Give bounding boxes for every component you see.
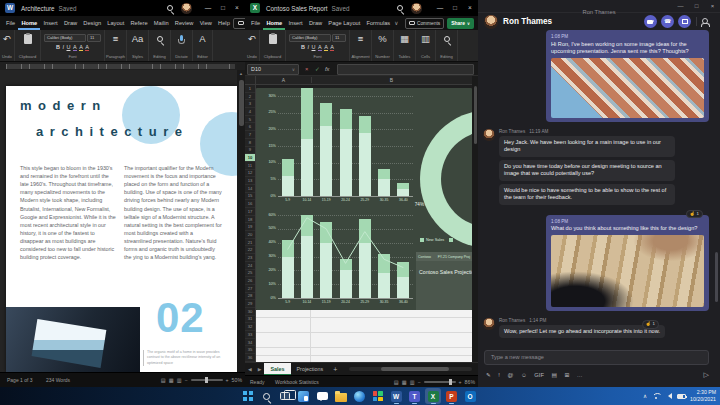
word-tab-design[interactable]: Design [80, 16, 104, 30]
word-group-editing[interactable]: Editing [149, 30, 171, 61]
underline-button[interactable]: U [67, 44, 71, 50]
word-tab-refere[interactable]: Refere [127, 16, 150, 30]
apps-icon[interactable]: ⊞ [564, 372, 569, 378]
font-color-button[interactable]: A [73, 44, 77, 50]
search-icon[interactable] [167, 5, 173, 11]
wifi-icon[interactable] [652, 393, 661, 400]
row-header-25[interactable]: 25 [245, 270, 255, 278]
bar-30-35[interactable] [378, 169, 390, 196]
word-group-editor[interactable]: AEditor [193, 30, 213, 61]
clock[interactable]: 2:30 PM 10/20/2021 [690, 389, 716, 403]
row-header-33[interactable]: 33 [245, 331, 255, 339]
font-size-select[interactable]: 11 [87, 34, 101, 42]
bar-36-40[interactable] [397, 262, 409, 298]
received-message[interactable]: Would be nice to have something to be ab… [499, 184, 675, 205]
tables-icon[interactable]: ▦ [400, 33, 409, 44]
read-mode-icon[interactable]: ▤ [161, 377, 166, 383]
scroll-up-icon[interactable]: ▲ [237, 70, 245, 78]
bar-25-29[interactable] [359, 116, 371, 196]
excel-group-cells[interactable]: ▥Cells [416, 30, 436, 61]
comments-button[interactable]: Comments [405, 18, 444, 29]
close-button[interactable]: × [230, 0, 244, 16]
format-icon[interactable]: ✎ [486, 372, 491, 378]
row-header-14[interactable]: 14 [245, 185, 255, 193]
received-message-group[interactable]: Ron Thames1:14 PMWow, perfect! Let me go… [483, 318, 709, 341]
row-header-1[interactable]: 1 [245, 85, 255, 93]
underline-button[interactable]: U [312, 44, 316, 50]
row-header-17[interactable]: 17 [245, 208, 255, 216]
excel-group-undo[interactable]: ↶Undo [245, 30, 260, 61]
sticker-icon[interactable]: ▤ [551, 372, 556, 378]
enter-icon[interactable]: ✓ [315, 64, 320, 75]
received-message[interactable]: Wow, perfect! Let me go ahead and incorp… [499, 325, 665, 338]
row-header-21[interactable]: 21 [245, 239, 255, 247]
zoom-out-button[interactable]: − [185, 377, 188, 383]
excel-tab-formulas[interactable]: Formulas [363, 16, 393, 30]
projection-bar-chart[interactable]: 0%10%20%30%40%50%60%5-910-1415-1920-2425… [278, 215, 413, 298]
next-sheet-icon[interactable]: ▶ [255, 367, 265, 372]
word-tab-view[interactable]: View [197, 16, 215, 30]
font-color2-button[interactable]: A [85, 44, 89, 50]
bar-20-24[interactable] [340, 109, 352, 196]
row-headers[interactable]: 1234567891011121314151617181920212223242… [245, 85, 256, 362]
zoom-in-button[interactable]: + [226, 377, 229, 383]
paragraph-icon[interactable]: ≡ [113, 33, 119, 44]
row-header-6[interactable]: 6 [245, 123, 255, 131]
paste-icon[interactable] [24, 34, 32, 44]
row-header-8[interactable]: 8 [245, 139, 255, 147]
search-icon[interactable] [444, 36, 450, 42]
received-message-group[interactable]: Ron Thames11:19 AMHey Jack. We have been… [483, 129, 709, 207]
row-header-34[interactable]: 34 [245, 339, 255, 347]
task-view-button[interactable] [277, 388, 293, 404]
minimize-button[interactable]: — [433, 0, 447, 16]
row-header-9[interactable]: 9 [245, 147, 255, 155]
row-header-23[interactable]: 23 [245, 254, 255, 262]
formula-input[interactable] [337, 64, 474, 75]
word-group-paragraph[interactable]: ≡Paragraph [105, 30, 127, 61]
screen-share-button[interactable] [678, 15, 691, 28]
undo-icon[interactable]: ↶ [248, 33, 256, 44]
alignment-icon[interactable]: ≡ [358, 33, 364, 44]
font-name-select[interactable]: Calibri (Body) [44, 34, 86, 42]
word-group-dictate[interactable]: Dictate [171, 30, 193, 61]
row-header-16[interactable]: 16 [245, 200, 255, 208]
sender-avatar[interactable] [483, 129, 495, 141]
italic-button[interactable]: I [307, 44, 309, 50]
contact-avatar[interactable] [484, 15, 498, 29]
word-group-font[interactable]: Calibri (Body)11BIUAAAFont [41, 30, 105, 61]
column-headers[interactable]: A B [245, 76, 472, 85]
search-icon[interactable] [157, 36, 163, 42]
gif-icon[interactable]: GIF [534, 372, 544, 378]
age-distribution-bar-chart[interactable]: 0%5%10%15%20%25%30%5-910-1415-1920-2425-… [278, 96, 413, 196]
workbook-statistics[interactable]: Workbook Statistics [275, 376, 319, 387]
row-header-10[interactable]: 10 [245, 154, 255, 162]
message-list[interactable]: 1:08 PMHi Ron, I've been working on some… [483, 30, 709, 346]
maximize-button[interactable]: □ [448, 0, 462, 16]
row-header-2[interactable]: 2 [245, 93, 255, 101]
bar-15-19[interactable] [320, 103, 332, 196]
highlight-button[interactable]: A [324, 44, 328, 50]
word-tab-mailin[interactable]: Mailin [151, 16, 172, 30]
word-tab-file[interactable]: File [3, 16, 18, 30]
audio-call-button[interactable]: ☎ [661, 15, 674, 28]
row-header-3[interactable]: 3 [245, 100, 255, 108]
page-break-icon[interactable]: ▥ [410, 379, 415, 385]
widgets-button[interactable] [296, 388, 312, 404]
prev-sheet-icon[interactable]: ◀ [245, 367, 255, 372]
web-layout-icon[interactable]: ▥ [177, 377, 182, 383]
horizontal-scrollbar[interactable] [349, 367, 472, 371]
row-header-4[interactable]: 4 [245, 108, 255, 116]
teams-button[interactable]: T [407, 388, 423, 404]
normal-view-icon[interactable]: ▤ [394, 379, 399, 385]
tray-overflow-ic icon[interactable]: ∧ [643, 393, 647, 399]
excel-tab-file[interactable]: File [248, 16, 263, 30]
sheet-tab-sales[interactable]: Sales [264, 363, 290, 376]
word-group-clipboard[interactable]: Clipboard [15, 30, 41, 61]
row-header-18[interactable]: 18 [245, 216, 255, 224]
emoji-icon[interactable]: ☺ [521, 372, 527, 378]
add-people-icon[interactable] [701, 18, 711, 26]
bar-30-35[interactable] [378, 254, 390, 298]
font-color2-button[interactable]: A [330, 44, 334, 50]
document-page[interactable]: modern architecture This style began to … [6, 86, 237, 372]
reaction-badge[interactable]: ☝1 [686, 210, 703, 219]
